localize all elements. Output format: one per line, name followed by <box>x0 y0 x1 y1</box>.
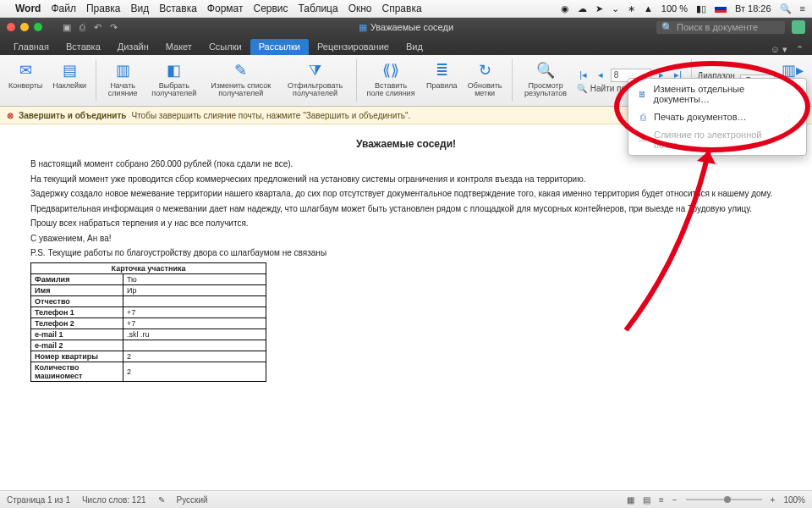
app-name[interactable]: Word <box>15 3 41 14</box>
page-indicator[interactable]: Страница 1 из 1 <box>7 495 70 505</box>
tab-home[interactable]: Главная <box>5 39 58 55</box>
edit-recipients-button[interactable]: ✎Изменить список получателей <box>205 58 277 103</box>
language-indicator[interactable]: Русский <box>177 495 208 505</box>
document-search[interactable]: 🔍 Поиск в документе <box>656 21 785 34</box>
save-icon[interactable]: ▣ <box>63 22 71 33</box>
battery-icon[interactable]: ▮▯ <box>696 3 706 14</box>
card-key: Телефон 2 <box>31 318 123 329</box>
viber-icon[interactable]: ◉ <box>561 3 569 14</box>
collapse-ribbon-icon[interactable]: ⌃ <box>796 44 804 55</box>
table-row: Телефон 1+7 <box>31 306 266 318</box>
zoom-out-button[interactable]: − <box>672 495 678 505</box>
print-icon[interactable]: ⎙ <box>80 22 85 33</box>
infobar-body: Чтобы завершить слияние почты, нажмите "… <box>131 111 410 120</box>
first-record-button[interactable]: |◂ <box>577 69 590 82</box>
participant-card-table: Карточка участника ФамилияТюИмяИрОтчеств… <box>30 262 266 382</box>
table-row: ФамилияТю <box>31 273 266 284</box>
menu-file[interactable]: Файл <box>51 3 76 14</box>
spotlight-icon[interactable]: 🔍 <box>780 3 792 14</box>
cloud-icon[interactable]: ☁ <box>578 3 587 14</box>
menu-service[interactable]: Сервис <box>253 3 288 14</box>
email-merge-item: ✉Слияние по электронной почте… <box>628 126 806 153</box>
document-area[interactable]: Уважаемые соседи! В настоящий момент соб… <box>0 124 812 490</box>
update-labels-button[interactable]: ↻Обновить метки <box>464 58 506 103</box>
view-web-icon[interactable]: ▤ <box>643 495 650 505</box>
flag-icon[interactable] <box>715 4 727 13</box>
table-row: Количество машиномест2 <box>31 362 266 381</box>
card-value: 2 <box>123 351 266 362</box>
tab-review[interactable]: Рецензирование <box>309 39 398 55</box>
battery-text: 100 % <box>661 3 688 14</box>
view-print-icon[interactable]: ▦ <box>627 495 634 505</box>
doc-sign: С уважением, Ан ва! <box>30 233 782 245</box>
search-icon: 🔍 <box>577 84 587 93</box>
rules-button[interactable]: ≣Правила <box>423 58 461 103</box>
edit-individual-docs-item[interactable]: 🗎Изменить отдельные документы… <box>628 80 806 108</box>
view-outline-icon[interactable]: ≡ <box>659 495 664 505</box>
user-avatar[interactable] <box>792 20 805 34</box>
menu-help[interactable]: Справка <box>382 3 422 14</box>
card-key: Отчество <box>31 295 123 306</box>
maximize-window-button[interactable] <box>34 23 42 31</box>
menu-table[interactable]: Таблица <box>299 3 338 14</box>
telegram-icon[interactable]: ➤ <box>595 3 603 14</box>
card-value: .skl .ru <box>123 329 266 340</box>
table-row: e-mail 2 <box>31 340 266 351</box>
doc-p4: Предварительная информация о межевании д… <box>30 203 782 215</box>
word-count[interactable]: Число слов: 121 <box>82 495 146 505</box>
select-recipients-button[interactable]: ◧Выбрать получателей <box>147 58 201 103</box>
spellcheck-icon[interactable]: ✎ <box>158 495 165 505</box>
doc-p3: Задержку создало новое межевание террито… <box>30 188 782 200</box>
card-value: 2 <box>123 362 266 381</box>
card-value: +7 <box>123 318 266 329</box>
doc-p1: В настоящий момент собрано 260.000 рубле… <box>30 158 782 170</box>
menu-window[interactable]: Окно <box>348 3 372 14</box>
prev-record-button[interactable]: ◂ <box>594 69 607 82</box>
tab-design[interactable]: Дизайн <box>109 39 157 55</box>
insert-merge-field-button[interactable]: ⟪⟫Вставить поле слияния <box>362 58 420 103</box>
print-documents-item[interactable]: ⎙Печать документов… <box>628 108 806 126</box>
menu-edit[interactable]: Правка <box>86 3 121 14</box>
word-doc-icon: ▦ <box>359 22 367 33</box>
tab-insert[interactable]: Вставка <box>58 39 109 55</box>
zoom-value[interactable]: 100% <box>783 495 805 505</box>
filter-recipients-button[interactable]: ⧩Отфильтровать получателей <box>280 58 349 103</box>
dropdown-icon[interactable]: ⌄ <box>612 3 619 14</box>
tab-mailings[interactable]: Рассылки <box>250 39 309 55</box>
labels-button[interactable]: ▤Наклейки <box>49 58 90 103</box>
preview-results-button[interactable]: 🔍Просмотр результатов <box>518 58 573 103</box>
minimize-window-button[interactable] <box>20 23 29 31</box>
close-infobar-button[interactable]: ⊗ <box>7 111 14 120</box>
tab-references[interactable]: Ссылки <box>200 39 250 55</box>
smiley-icon[interactable]: ☺ ▾ <box>771 44 787 55</box>
menu-view[interactable]: Вид <box>131 3 150 14</box>
table-row: ИмяИр <box>31 284 266 295</box>
undo-icon[interactable]: ↶ <box>94 22 102 33</box>
card-value <box>123 340 266 351</box>
doc-icon: 🗎 <box>637 88 648 100</box>
clock[interactable]: Вт 18:26 <box>735 3 771 14</box>
start-merge-button[interactable]: ▥Начать слияние <box>102 58 144 103</box>
doc-p5: Прошу всех набраться терпения и у нас вс… <box>30 218 782 229</box>
redo-icon[interactable]: ↷ <box>110 22 118 33</box>
doc-ps: P.S. Текущие работы по благоустройству д… <box>30 247 782 259</box>
printer-icon: ⎙ <box>637 111 649 123</box>
window-title: Уважаемые соседи <box>370 22 453 32</box>
zoom-slider[interactable] <box>686 499 762 500</box>
zoom-in-button[interactable]: + <box>771 495 776 505</box>
menu-insert[interactable]: Вставка <box>159 3 197 14</box>
mail-icon: ✉ <box>637 134 649 146</box>
table-row: Отчество <box>31 295 266 306</box>
envelopes-button[interactable]: ✉Конверты <box>5 58 46 103</box>
wifi-icon[interactable]: ▲ <box>644 3 653 14</box>
table-row: Номер квартиры2 <box>31 351 266 362</box>
card-key: Имя <box>31 284 123 295</box>
card-key: e-mail 2 <box>31 340 123 351</box>
close-window-button[interactable] <box>7 23 15 31</box>
tab-layout[interactable]: Макет <box>157 39 200 55</box>
card-key: e-mail 1 <box>31 329 123 340</box>
menu-format[interactable]: Формат <box>207 3 244 14</box>
menu-icon[interactable]: ≡ <box>800 3 805 14</box>
tab-view[interactable]: Вид <box>398 39 431 55</box>
bluetooth-icon[interactable]: ∗ <box>628 3 635 14</box>
